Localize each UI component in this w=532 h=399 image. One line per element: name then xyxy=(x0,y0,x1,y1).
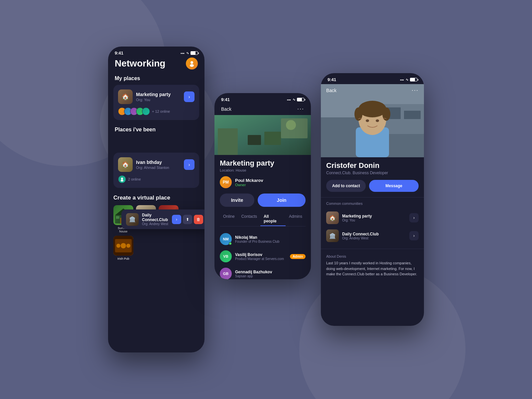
svg-rect-7 xyxy=(116,216,119,219)
irish-pub-label: Irish Pub xyxy=(113,257,133,260)
my-places-label: My places xyxy=(108,73,204,85)
person-row-gennadij[interactable]: GB Gennadij Bazhukov Sapsan app xyxy=(220,265,306,279)
event-back-row: Back ··· xyxy=(214,104,311,115)
profile-more-btn[interactable]: ··· xyxy=(412,87,419,94)
places-been-label: Places i've been xyxy=(108,124,204,136)
daily-community-org: Org: Andrey West xyxy=(342,236,406,240)
community-row-marketing[interactable]: 🏠 Marketing party Org: You › xyxy=(326,209,419,227)
about-text: Last 10 years I mostly worked in Hosting… xyxy=(326,260,419,277)
svg-point-22 xyxy=(126,244,130,248)
marketing-community-info: Marketing party Org: You xyxy=(342,214,406,222)
daily-community-thumb: 🏛️ xyxy=(326,229,339,242)
svg-point-21 xyxy=(121,243,126,248)
battery-2 xyxy=(297,98,304,101)
nikolaj-avatar: NM xyxy=(220,233,232,245)
add-contact-button[interactable]: Add to contact xyxy=(326,180,366,192)
people-list: NM Nikolaj Man Founder of Pro Business C… xyxy=(220,230,306,279)
marketing-party-card[interactable]: 🏠 Marketing party Org: You › + 12 online xyxy=(113,85,199,120)
svg-point-1 xyxy=(190,64,194,67)
status-time-2: 9:41 xyxy=(221,97,230,102)
daily-connect-info: Daily Connect.Club Org: Andrey West xyxy=(142,213,169,226)
daily-connect-name: Daily Connect.Club xyxy=(142,213,169,222)
status-bar-1: 9:41 ▪▪▪ ∿ xyxy=(108,47,204,58)
screens-container: 9:41 ▪▪▪ ∿ Networking My places 🏠 M xyxy=(108,47,424,352)
thumb-irish-pub[interactable]: Irish Pub xyxy=(113,236,133,260)
svg-point-41 xyxy=(376,119,379,122)
status-bar-2: 9:41 ▪▪▪ ∿ xyxy=(214,93,311,104)
marketing-party-org: Org: You xyxy=(136,98,181,102)
daily-connect-delete-btn[interactable]: 🗑 xyxy=(194,215,203,224)
divider-2 xyxy=(321,249,424,249)
card-spacer xyxy=(108,136,204,153)
owner-row: PM Poul Mckarov Owner xyxy=(220,176,306,188)
owner-avatar: PM xyxy=(220,176,232,188)
event-back-btn[interactable]: Back xyxy=(221,106,231,112)
svg-point-3 xyxy=(121,180,123,182)
svg-rect-25 xyxy=(218,128,238,155)
profile-title-text: Connect.Club. Business Developer xyxy=(326,171,419,175)
svg-point-40 xyxy=(366,119,369,122)
profile-photo-container: Back ··· xyxy=(321,84,424,157)
nikolaj-role: Founder of Pro Business Club xyxy=(235,240,306,243)
tab-online[interactable]: Online xyxy=(220,212,238,226)
marketing-community-org: Org: You xyxy=(342,218,406,222)
profile-back-row: Back ··· xyxy=(321,84,424,96)
svg-point-20 xyxy=(116,244,120,248)
marketing-community-thumb: 🏠 xyxy=(326,211,339,224)
nikolaj-info: Nikolaj Man Founder of Pro Business Club xyxy=(235,235,306,243)
signal-icon-2: ▪▪▪ xyxy=(287,98,291,102)
message-button[interactable]: Message xyxy=(369,180,419,192)
owner-info: Poul Mckarov Owner xyxy=(235,178,263,187)
ivan-org: Org: Ahmad Stanton xyxy=(136,166,181,170)
avatar-5 xyxy=(142,107,150,115)
daily-connect-arrow-btn[interactable]: › xyxy=(172,215,181,224)
profile-back-btn[interactable]: Back xyxy=(326,88,336,93)
profile-info: Cristofer Donin Connect.Club. Business D… xyxy=(321,157,424,192)
marketing-community-name: Marketing party xyxy=(342,214,406,218)
person-row-nikolaj[interactable]: NM Nikolaj Man Founder of Pro Business C… xyxy=(220,230,306,248)
battery-3 xyxy=(410,78,417,81)
wifi-icon-1: ∿ xyxy=(186,51,189,55)
event-location: Location: House xyxy=(220,168,306,172)
daily-community-arrow[interactable]: › xyxy=(409,231,419,240)
daily-connect-share-btn[interactable]: ⬆ xyxy=(183,215,192,224)
ivan-bthday-card[interactable]: 🏠 Ivan bthday Org: Ahmad Stanton › 2 onl… xyxy=(113,153,199,188)
daily-connect-card[interactable]: 🏛️ Daily Connect.Club Org: Andrey West ›… xyxy=(121,209,204,229)
user-avatar[interactable] xyxy=(186,58,198,69)
event-title: Marketing party xyxy=(220,159,306,168)
create-virtual-label: Create a virtual place xyxy=(113,195,199,201)
owner-name: Poul Mckarov xyxy=(235,178,263,183)
svg-point-2 xyxy=(121,178,123,180)
svg-rect-28 xyxy=(264,132,281,145)
phone-event: 9:41 ▪▪▪ ∿ Back ··· xyxy=(214,93,311,279)
tab-admins[interactable]: Admins xyxy=(286,212,306,226)
tab-contacts[interactable]: Contacts xyxy=(238,212,260,226)
event-more-btn[interactable]: ··· xyxy=(297,105,304,112)
gennadij-avatar: GB xyxy=(220,268,232,279)
vasilij-avatar: VB xyxy=(220,250,232,262)
ivan-arrow[interactable]: › xyxy=(184,159,195,170)
invite-button[interactable]: Invite xyxy=(220,194,254,207)
marketing-party-name: Marketing party xyxy=(136,92,181,97)
vasilij-admin-badge: Admin xyxy=(290,254,306,259)
common-communities-label: Common communities xyxy=(326,201,419,205)
community-row-daily[interactable]: 🏛️ Daily Connect.Club Org: Andrey West › xyxy=(326,227,419,245)
svg-point-0 xyxy=(191,61,193,64)
join-button[interactable]: Join xyxy=(258,194,306,207)
status-icons-2: ▪▪▪ ∿ xyxy=(287,98,304,102)
ivan-name: Ivan bthday xyxy=(136,160,181,165)
svg-rect-34 xyxy=(404,111,421,119)
marketing-community-arrow[interactable]: › xyxy=(409,213,419,222)
signal-icon-1: ▪▪▪ xyxy=(181,51,185,55)
about-title: About Denis xyxy=(326,254,419,258)
irish-pub-img xyxy=(113,236,133,256)
status-time-1: 9:41 xyxy=(115,51,123,56)
person-row-vasilij[interactable]: VB Vasilij Borisov Product Manager at Se… xyxy=(220,248,306,265)
battery-1 xyxy=(191,51,198,55)
marketing-party-arrow[interactable]: › xyxy=(184,91,195,102)
marketing-party-thumb: 🏠 xyxy=(118,89,133,104)
marketing-party-info: Marketing party Org: You xyxy=(136,92,181,102)
tab-all-people[interactable]: All people xyxy=(260,212,286,226)
svg-rect-27 xyxy=(248,135,261,145)
phone-profile: 9:41 ▪▪▪ ∿ Back ··· xyxy=(321,73,424,326)
